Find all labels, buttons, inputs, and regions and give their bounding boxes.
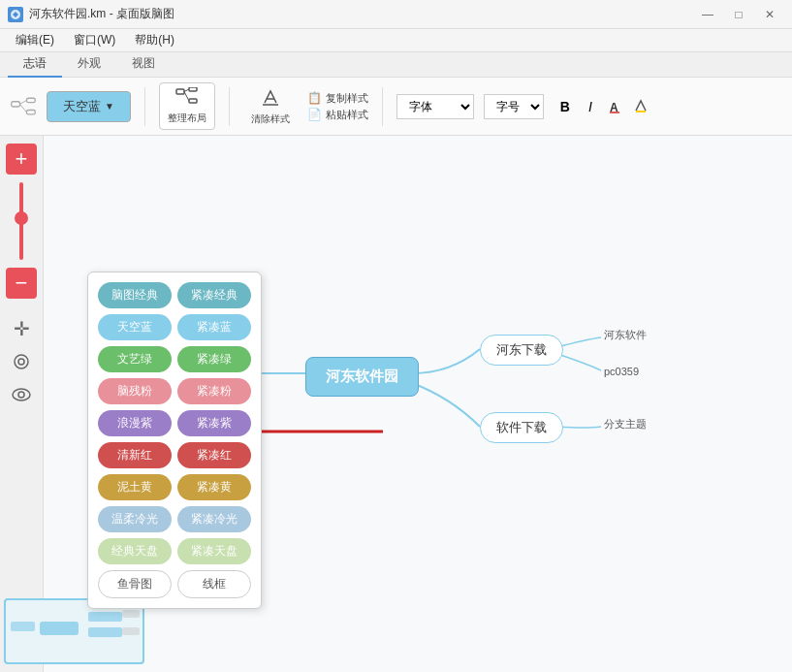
theme-dropdown: 脑图经典 紧凑经典 天空蓝 紧凑蓝 文艺绿 紧凑绿 脑残粉 紧凑粉 浪漫紫 紧凑… (87, 272, 262, 609)
toolbar-node-icon[interactable] (10, 93, 37, 120)
theme-label: 天空蓝 (63, 98, 101, 115)
branch-node-hedong[interactable]: 河东下载 (480, 335, 563, 366)
svg-point-17 (18, 392, 24, 398)
title-bar: 河东软件园.km - 桌面版脑图 — □ ✕ (0, 0, 792, 29)
theme-option-sky-blue[interactable]: 天空蓝 (98, 314, 172, 340)
theme-option-wireframe[interactable]: 线框 (177, 570, 251, 598)
sep3 (382, 87, 383, 126)
copy-style-button[interactable]: 📋 复制样式 (307, 91, 368, 106)
zoom-slider[interactable] (19, 182, 23, 260)
paste-style-icon: 📄 (307, 108, 322, 121)
svg-point-16 (13, 389, 30, 400)
main-area: + − ✛ (0, 136, 792, 672)
svg-rect-6 (176, 89, 184, 94)
central-node-label: 河东软件园 (326, 368, 398, 384)
window-title: 河东软件园.km - 桌面版脑图 (29, 6, 174, 22)
left-sidebar: + − ✛ (0, 136, 44, 672)
arrange-button[interactable]: 整理布局 (159, 82, 215, 130)
theme-dropdown-arrow: ▼ (105, 101, 114, 112)
theme-option-compact-purple[interactable]: 紧凑紫 (177, 410, 251, 436)
theme-button[interactable]: 天空蓝 ▼ (47, 91, 131, 122)
svg-rect-13 (636, 111, 646, 112)
font-color-button[interactable]: A (604, 95, 627, 118)
theme-option-compact-disk[interactable]: 紧凑天盘 (177, 538, 251, 564)
title-bar-controls[interactable]: — □ ✕ (693, 1, 784, 28)
branch-node-software-label: 软件下载 (496, 420, 547, 434)
font-size-select[interactable]: 字号 (484, 94, 544, 119)
central-node[interactable]: 河东软件园 (305, 357, 419, 397)
svg-rect-12 (610, 112, 619, 113)
arrange-icon (175, 87, 199, 110)
leaf-label-hedong-software: 河东软件 (604, 328, 647, 342)
font-family-select[interactable]: 字体 (396, 94, 474, 119)
sep2 (229, 87, 230, 126)
paste-style-label: 粘贴样式 (326, 108, 368, 122)
zoom-in-button[interactable]: + (6, 144, 37, 175)
theme-option-cool-light[interactable]: 温柔冷光 (98, 506, 172, 532)
branch-node-software[interactable]: 软件下载 (480, 412, 563, 443)
minimize-button[interactable]: — (693, 1, 722, 28)
title-bar-left: 河东软件园.km - 桌面版脑图 (8, 6, 174, 22)
tab-bar: 志语 外观 视图 (0, 52, 792, 78)
svg-line-10 (184, 92, 189, 102)
theme-option-compact-pink[interactable]: 紧凑粉 (177, 378, 251, 404)
clear-style-button[interactable]: 清除样式 (243, 83, 298, 130)
toolbar: 天空蓝 ▼ 整理布局 清除样式 📋 (0, 78, 792, 136)
leaf-label-pc0359: pc0359 (604, 366, 639, 377)
zoom-out-button[interactable]: − (6, 268, 37, 299)
svg-line-5 (20, 104, 27, 112)
svg-rect-7 (189, 87, 197, 91)
clear-style-label: 清除样式 (251, 112, 290, 126)
theme-option-art-green[interactable]: 文艺绿 (98, 346, 172, 372)
theme-option-compact-classic[interactable]: 紧凑经典 (177, 282, 251, 308)
zoom-slider-thumb[interactable] (15, 211, 28, 225)
toggle-visibility-button[interactable] (7, 380, 36, 409)
zoom-slider-track (19, 182, 23, 260)
move-tool-button[interactable]: ✛ (7, 314, 36, 343)
svg-point-14 (15, 355, 28, 368)
theme-option-compact-cool[interactable]: 紧凑冷光 (177, 506, 251, 532)
theme-option-fishbone[interactable]: 鱼骨图 (98, 570, 172, 598)
svg-rect-3 (27, 110, 36, 113)
format-buttons: B I A (554, 95, 652, 118)
copy-paste-style-group: 📋 复制样式 📄 粘贴样式 (307, 91, 368, 122)
tab-appearance[interactable]: 外观 (62, 51, 116, 78)
paste-style-button[interactable]: 📄 粘贴样式 (307, 108, 368, 122)
node-svg-icon (10, 93, 37, 120)
menu-bar: 编辑(E) 窗口(W) 帮助(H) (0, 29, 792, 52)
tab-zhiyu[interactable]: 志语 (8, 51, 62, 78)
svg-rect-1 (12, 101, 20, 106)
branch-node-hedong-label: 河东下载 (496, 342, 547, 357)
theme-option-purple[interactable]: 浪漫紫 (98, 410, 172, 436)
menu-edit[interactable]: 编辑(E) (8, 30, 62, 50)
theme-option-red[interactable]: 清新红 (98, 442, 172, 468)
theme-option-sky-disk[interactable]: 经典天盘 (98, 538, 172, 564)
theme-option-compact-blue[interactable]: 紧凑蓝 (177, 314, 251, 340)
theme-option-compact-red[interactable]: 紧凑红 (177, 442, 251, 468)
app-icon (8, 7, 23, 22)
clear-icon (261, 87, 280, 111)
copy-style-label: 复制样式 (326, 91, 368, 106)
theme-option-pink[interactable]: 脑残粉 (98, 378, 172, 404)
svg-rect-2 (27, 98, 36, 102)
fit-view-button[interactable] (7, 347, 36, 376)
tab-view[interactable]: 视图 (116, 51, 171, 78)
svg-rect-8 (189, 99, 197, 103)
leaf-label-branch: 分支主题 (604, 417, 647, 432)
svg-point-15 (18, 359, 24, 365)
theme-option-compact-green[interactable]: 紧凑绿 (177, 346, 251, 372)
svg-line-4 (20, 100, 27, 104)
theme-option-yellow[interactable]: 泥土黄 (98, 474, 172, 500)
menu-help[interactable]: 帮助(H) (127, 30, 182, 50)
highlight-button[interactable] (629, 95, 652, 118)
sep1 (144, 87, 145, 126)
italic-button[interactable]: I (579, 95, 602, 118)
close-button[interactable]: ✕ (755, 1, 784, 28)
arrange-label: 整理布局 (168, 112, 206, 125)
theme-option-compact-yellow[interactable]: 紧凑黄 (177, 474, 251, 500)
maximize-button[interactable]: □ (724, 1, 753, 28)
copy-style-icon: 📋 (307, 91, 322, 105)
menu-window[interactable]: 窗口(W) (66, 30, 123, 50)
bold-button[interactable]: B (554, 95, 577, 118)
theme-option-classic[interactable]: 脑图经典 (98, 282, 172, 308)
